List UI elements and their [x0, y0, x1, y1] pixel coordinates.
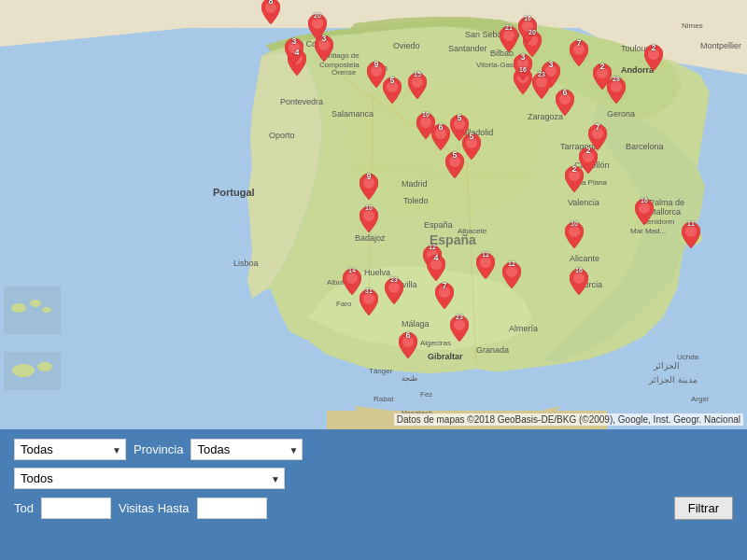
svg-text:Lisboa: Lisboa	[233, 259, 259, 268]
svg-text:Faro: Faro	[336, 300, 352, 308]
svg-text:Vitoria-Gasteiz: Vitoria-Gasteiz	[476, 61, 525, 69]
svg-text:Barcelona: Barcelona	[626, 142, 664, 151]
svg-text:Benidorm: Benidorm	[642, 217, 675, 226]
svg-text:León: León	[369, 63, 388, 73]
map-container: Pontevedra Oporto Portugal Lisboa Salama…	[0, 0, 747, 429]
svg-text:Santiago de: Santiago de	[319, 51, 359, 60]
visitas-hasta-label: Visitas Hasta	[119, 501, 190, 515]
filter-select-2-wrapper[interactable]: Todas	[190, 439, 303, 460]
svg-text:Alicante: Alicante	[570, 254, 599, 263]
map-attribution: Datos de mapas ©2018 GeoBasis-DE/BKG (©2…	[394, 413, 743, 426]
svg-text:Sevilla: Sevilla	[392, 280, 417, 289]
svg-text:Argel: Argel	[691, 395, 709, 403]
filter-select-3-wrapper[interactable]: Todos	[14, 468, 285, 489]
svg-text:Murcia: Murcia	[577, 280, 602, 289]
svg-text:Portugal: Portugal	[213, 187, 255, 198]
svg-text:Huelva: Huelva	[364, 268, 390, 277]
svg-text:España: España	[430, 232, 476, 247]
svg-text:Valladolid: Valladolid	[458, 128, 493, 137]
svg-point-15	[680, 231, 702, 245]
svg-text:Málaga: Málaga	[402, 319, 430, 329]
svg-text:Santander: Santander	[448, 44, 487, 53]
svg-text:Toledo: Toledo	[403, 196, 429, 205]
svg-text:Toulouse: Toulouse	[621, 44, 655, 53]
filter-select-1-wrapper[interactable]: Todas	[14, 439, 126, 460]
svg-text:San Sebastián: San Sebastián	[465, 30, 520, 39]
svg-text:Algeciras: Algeciras	[420, 339, 451, 347]
svg-text:Tarragona: Tarragona	[560, 142, 599, 151]
svg-text:de la Plana: de la Plana	[570, 178, 608, 187]
svg-text:Almería: Almería	[509, 324, 538, 333]
svg-text:طنجة: طنجة	[402, 374, 417, 383]
svg-text:Tánger: Tánger	[369, 367, 393, 375]
svg-text:مدينة الجزائر: مدينة الجزائر	[648, 375, 698, 385]
svg-text:Montpellier: Montpellier	[700, 41, 741, 50]
svg-point-22	[11, 303, 26, 313]
svg-text:Orense: Orense	[331, 68, 357, 77]
filter-select-3[interactable]: Todos	[14, 468, 285, 489]
provincia-label: Provincia	[134, 442, 183, 456]
filtrar-button[interactable]: Filtrar	[674, 497, 733, 520]
svg-point-27	[12, 364, 35, 377]
svg-text:La Coruña: La Coruña	[294, 39, 333, 49]
svg-text:الجزائر: الجزائر	[653, 361, 680, 371]
svg-text:Zaragoza: Zaragoza	[528, 112, 563, 121]
svg-text:Nimes: Nimes	[682, 21, 703, 30]
svg-text:Granada: Granada	[476, 345, 509, 355]
svg-text:Oporto: Oporto	[269, 131, 295, 140]
filter-row-2: Todos	[14, 468, 733, 489]
svg-text:Castellón: Castellón	[574, 161, 610, 170]
filter-row-3: Tod Visitas Hasta Filtrar	[14, 497, 733, 520]
svg-text:Andorra: Andorra	[621, 65, 655, 75]
svg-text:Bilbao: Bilbao	[490, 49, 514, 58]
svg-text:Rabat: Rabat	[374, 395, 394, 403]
svg-text:Albufeira: Albufeira	[327, 278, 357, 287]
svg-text:Fez: Fez	[420, 390, 432, 399]
svg-text:Gerona: Gerona	[607, 109, 635, 119]
svg-text:Palma de: Palma de	[649, 198, 684, 207]
svg-text:Mar Med...: Mar Med...	[630, 227, 666, 235]
svg-text:Madrid: Madrid	[402, 179, 428, 189]
svg-point-23	[30, 300, 41, 307]
svg-text:España: España	[424, 220, 453, 230]
visitas-desde-label: Tod	[14, 501, 34, 515]
svg-text:Pontevedra: Pontevedra	[280, 97, 323, 106]
svg-text:Valencia: Valencia	[568, 198, 599, 207]
svg-marker-9	[347, 86, 542, 217]
svg-text:Mallorca: Mallorca	[649, 207, 681, 217]
svg-point-28	[37, 362, 52, 371]
filter-select-1[interactable]: Todas	[14, 439, 126, 460]
filter-panel: Todas Provincia Todas Todos Tod Visitas …	[0, 429, 747, 560]
visitas-hasta-input[interactable]	[197, 497, 267, 519]
svg-point-24	[42, 307, 51, 313]
visitas-desde-input[interactable]	[41, 497, 111, 519]
svg-text:Salamanca: Salamanca	[331, 109, 374, 119]
svg-text:Gibraltar: Gibraltar	[428, 352, 463, 361]
svg-text:Badajoz: Badajoz	[355, 233, 386, 243]
filter-row-1: Todas Provincia Todas	[14, 439, 733, 460]
svg-text:Oviedo: Oviedo	[393, 41, 420, 50]
svg-text:Uchda: Uchda	[677, 353, 699, 361]
filter-select-2[interactable]: Todas	[190, 439, 303, 460]
